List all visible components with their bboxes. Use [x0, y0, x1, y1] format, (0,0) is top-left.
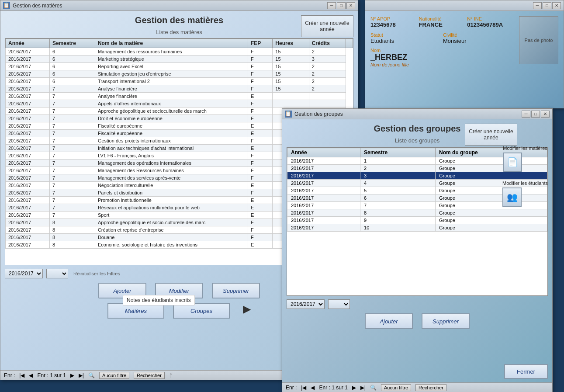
- cell-semestre: 6: [49, 48, 95, 56]
- create-year-button[interactable]: Créer une nouvelle année: [301, 15, 353, 37]
- minimize-btn[interactable]: ─: [533, 2, 542, 9]
- reset-filters-link[interactable]: Réinitialiser les Filtres: [73, 271, 120, 276]
- delete-matiere-button[interactable]: Supprimer: [212, 283, 260, 298]
- cell-annee: 2016/2017: [6, 78, 50, 85]
- g-nav-first[interactable]: |◀: [301, 385, 306, 391]
- close-btn[interactable]: ✕: [552, 2, 561, 9]
- cell-annee: 2016/2017: [6, 226, 50, 234]
- groupes-action-btns: Ajouter Supprimer: [287, 313, 548, 329]
- fermer-button[interactable]: Fermer: [504, 364, 548, 379]
- col-credits: Crédits: [309, 39, 346, 48]
- table-row[interactable]: 2016/2017 9 Groupe: [287, 217, 547, 224]
- semester-select[interactable]: [46, 269, 68, 278]
- groupes-window-title: Gestion des groupes: [294, 111, 522, 117]
- cell-nom: Approche géopolitique et socioculturelle…: [95, 108, 248, 115]
- no-filter-btn[interactable]: Aucun filtre: [99, 372, 129, 379]
- cell-annee: 2016/2017: [6, 234, 50, 241]
- cell-semestre: 8: [49, 226, 95, 234]
- cell-annee: 2016/2017: [6, 189, 50, 197]
- nav-next[interactable]: ▶: [70, 372, 74, 378]
- table-row[interactable]: 2016/2017 8 Groupe: [287, 209, 547, 217]
- cell-fep: F: [248, 70, 272, 78]
- groupes-maximize-btn[interactable]: □: [531, 111, 540, 118]
- cell-semestre: 7: [49, 152, 95, 160]
- cell-heures: 15: [273, 56, 309, 63]
- cell-annee: 2016/2017: [6, 145, 50, 152]
- cell-nom: LV1 F6 - Français, Anglais: [95, 152, 248, 160]
- groupes-year-select[interactable]: 2016/2017: [287, 299, 325, 309]
- table-row[interactable]: 2016/2017 7 Analyse financière E: [6, 93, 353, 100]
- delete-groupe-button[interactable]: Supprimer: [422, 313, 470, 329]
- cell-heures: 15: [273, 78, 309, 85]
- groupes-semester-select[interactable]: [328, 299, 350, 309]
- nav-prev[interactable]: ◀: [29, 372, 33, 378]
- groupes-create-year-button[interactable]: Créer une nouvelle année: [465, 124, 517, 146]
- year-select[interactable]: 2016/2017: [5, 269, 43, 278]
- cell-nom: Panels et distribution: [95, 189, 248, 197]
- cell-semestre: 6: [360, 194, 436, 202]
- matieres-maximize-btn[interactable]: □: [337, 2, 346, 9]
- table-row[interactable]: 2016/2017 10 Groupe: [287, 224, 547, 232]
- cell-fep: F: [248, 115, 272, 122]
- tab-matieres[interactable]: Matières: [107, 303, 164, 319]
- maximize-btn[interactable]: □: [543, 2, 551, 9]
- table-row[interactable]: 2016/2017 6 Simulation gestion jeu d'ent…: [6, 70, 353, 78]
- cell-fep: F: [248, 189, 272, 197]
- cell-annee: 2016/2017: [6, 122, 50, 130]
- add-matiere-button[interactable]: Ajouter: [98, 283, 146, 298]
- cell-credits: 2: [309, 70, 346, 78]
- cell-annee: 2016/2017: [287, 172, 360, 180]
- cell-nom: Reporting avec Excel: [95, 63, 248, 70]
- cell-annee: 2016/2017: [6, 63, 50, 70]
- cell-nom: Droit et économie européenne: [95, 115, 248, 122]
- table-row[interactable]: 2016/2017 6 Marketing stratégique F 15 3: [6, 56, 353, 63]
- rechercher-btn[interactable]: Rechercher: [134, 372, 165, 379]
- groupes-close-btn[interactable]: ✕: [541, 111, 550, 118]
- cell-annee: 2016/2017: [6, 204, 50, 212]
- cell-semestre: 5: [360, 187, 436, 194]
- g-rechercher-btn[interactable]: Rechercher: [415, 384, 446, 391]
- table-row[interactable]: 2016/2017 6 Transport international 2 F …: [6, 78, 353, 85]
- cell-annee: 2016/2017: [287, 194, 360, 202]
- cell-nom: Appels d'offres internationaux: [95, 100, 248, 108]
- cell-annee: 2016/2017: [6, 56, 50, 63]
- g-no-filter-btn[interactable]: Aucun filtre: [381, 384, 411, 391]
- groupes-create-year-label: Créer une nouvelle année: [469, 128, 513, 141]
- matieres-minimize-btn[interactable]: ─: [327, 2, 336, 9]
- cell-fep: F: [248, 234, 272, 241]
- cell-semestre: 7: [49, 137, 95, 145]
- cell-semestre: 6: [49, 56, 95, 63]
- cell-annee: 2016/2017: [6, 70, 50, 78]
- ine-value: 0123456789A: [467, 21, 514, 28]
- cell-annee: 2016/2017: [6, 108, 50, 115]
- groupes-minimize-btn[interactable]: ─: [522, 111, 530, 118]
- modify-matieres-btn[interactable]: 📄: [503, 153, 522, 172]
- nav-last[interactable]: ▶|: [79, 372, 84, 378]
- cell-semestre: 9: [360, 217, 436, 224]
- g-nav-prev[interactable]: ◀: [311, 385, 315, 391]
- table-row[interactable]: 2016/2017 7 Analyse financière F 15 2: [6, 85, 353, 93]
- cell-nom: Management des Ressources humaines: [95, 167, 248, 174]
- modify-etudiants-btn[interactable]: 👥: [502, 187, 522, 207]
- cell-fep: F: [248, 160, 272, 167]
- g-nav-last[interactable]: ▶|: [360, 385, 366, 391]
- nav-first[interactable]: |◀: [19, 372, 24, 378]
- cell-semestre: 7: [49, 145, 95, 152]
- civilite-value: Monsieur: [443, 38, 514, 44]
- cell-credits: 2: [309, 63, 346, 70]
- modify-matiere-button[interactable]: Modifier: [155, 283, 203, 298]
- cell-semestre: 8: [49, 219, 95, 226]
- cell-annee: 2016/2017: [287, 165, 360, 172]
- tab-groupes[interactable]: Groupes: [173, 303, 230, 319]
- table-row[interactable]: 2016/2017 7 Appels d'offres internationa…: [6, 100, 353, 108]
- cell-annee: 2016/2017: [6, 241, 50, 249]
- g-nav-next[interactable]: ▶: [352, 385, 356, 391]
- col-semestre: Semestre: [49, 39, 95, 48]
- table-row[interactable]: 2016/2017 6 Reporting avec Excel F 15 2: [6, 63, 353, 70]
- cell-semestre: 8: [49, 234, 95, 241]
- cell-nom: Groupe: [436, 224, 547, 232]
- add-groupe-button[interactable]: Ajouter: [365, 313, 413, 329]
- matieres-close-btn[interactable]: ✕: [346, 2, 355, 9]
- cell-semestre: 7: [49, 212, 95, 219]
- table-row[interactable]: 2016/2017 6 Management des ressources hu…: [6, 48, 353, 56]
